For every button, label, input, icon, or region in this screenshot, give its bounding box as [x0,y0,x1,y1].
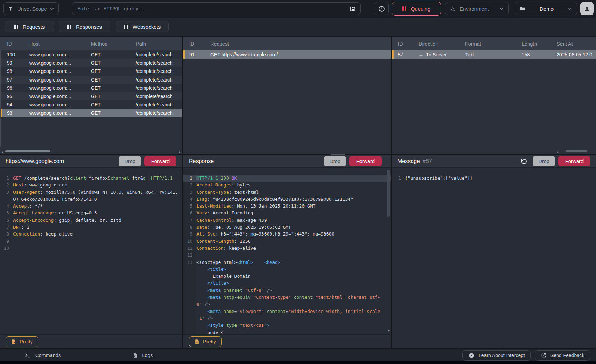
request-editor-content[interactable]: 1GET /complete/search?client=firefox&cha… [0,169,182,334]
pause-icon [124,25,128,29]
table-row[interactable]: 93www.google.com:...GET/complete/search [0,109,182,117]
code-line: 9 [0,238,182,245]
cell-path: /complete/search [133,85,182,91]
intercept-toolbar: Requests Responses Websockets [0,18,596,36]
undo-icon [520,158,527,165]
cell-path: /complete/search [133,102,182,107]
flask-icon [450,6,455,12]
code-line: 2Host: www.google.com [0,182,182,189]
cell-method: GET [86,68,133,74]
browser-launch-button[interactable] [375,2,389,15]
requests-table-body: 100www.google.com:...GET/complete/search… [0,50,182,117]
project-dropdown[interactable]: Demo [515,2,577,15]
column-header-length: Length [516,41,549,47]
message-title: Message [397,158,420,164]
save-query-button[interactable] [350,6,356,12]
table-row[interactable]: 95www.google.com:...GET/complete/search [0,92,182,100]
code-line: 12 [183,252,391,259]
column-header-id: ID [392,41,413,47]
cell-method: GET [86,52,133,57]
forward-button[interactable]: Forward [349,156,382,166]
account-button[interactable] [580,2,594,15]
filter-icon [8,6,13,11]
pretty-toggle-button[interactable]: Pretty [189,336,222,347]
horizontal-scrollbar[interactable] [5,150,50,152]
cell-id: 99 [0,60,24,66]
cell-sent_at: 2025-08-05 12:0 [549,52,596,57]
queuing-label: Queuing [411,6,431,12]
send-feedback-button[interactable]: Send Feedback [535,350,590,361]
chevron-down-icon [499,7,504,11]
queued-requests-panel: ID Request 91GET https://www.example.com… [183,37,391,154]
table-row[interactable]: 94www.google.com:...GET/complete/search [0,100,182,109]
table-row[interactable]: 87→To ServerText1582025-08-05 12:0 [392,50,596,59]
message-editor-panel: Message#87 Drop Forward 1{"unsubscribe":… [392,155,596,348]
environment-dropdown[interactable]: Environment [445,2,509,15]
vertical-scrollbar[interactable] [387,170,390,217]
message-editor-content[interactable]: 1{"unsubscribe":["value"]} [392,169,596,348]
forward-button[interactable]: Forward [144,156,176,166]
commands-label: Commands [35,353,61,358]
cell-format: Text [460,52,516,57]
request-editor-panel: https://www.google.com Drop Forward 1GET… [0,155,182,348]
code-line: 9Alt-Svc: h3=":443"; ma=93600,h3-29=":44… [183,231,391,238]
response-editor-content[interactable]: 1HTTP/1.1 200 OK2Accept-Ranges: bytes3Co… [183,169,391,334]
scroll-right-icon[interactable]: ▸ [179,150,181,154]
cell-id: 87 [392,52,413,57]
request-url-title: https://www.google.com [6,158,119,164]
learn-about-intercept-button[interactable]: Learn About Intercept [462,350,531,361]
queue-table-header: ID Request [183,37,391,50]
table-row[interactable]: 96www.google.com:...GET/complete/search [0,84,182,92]
httpql-query-input[interactable] [77,6,350,12]
table-row[interactable]: 99www.google.com:...GET/complete/search [0,59,182,67]
requests-toggle-button[interactable]: Requests [5,21,54,32]
scroll-down-icon[interactable]: ▾ [388,329,390,332]
cell-host: www.google.com:... [24,110,86,116]
cell-method: GET [86,102,133,107]
cell-path: /complete/search [133,68,182,74]
cell-id: 97 [0,77,24,83]
table-row[interactable]: 97www.google.com:...GET/complete/search [0,76,182,84]
websockets-toggle-button[interactable]: Websockets [116,21,169,32]
scroll-left-icon[interactable]: ◂ [557,150,558,154]
request-editor-footer: Pretty [0,334,182,348]
logs-button[interactable]: Logs [131,352,155,359]
drop-button[interactable]: Drop [533,156,555,166]
caido-logo-icon [378,5,385,12]
code-line: 10Content-Length: 1256 [183,238,391,245]
column-header-request: Request [205,41,391,47]
revert-button[interactable] [520,158,527,165]
cell-method: GET [86,94,133,99]
table-row[interactable]: 98www.google.com:...GET/complete/search [0,67,182,75]
responses-toggle-button[interactable]: Responses [59,21,110,32]
drop-button[interactable]: Drop [324,156,346,166]
queuing-toggle-button[interactable]: Queuing [392,2,441,16]
horizontal-scrollbar[interactable] [566,150,587,152]
table-row[interactable]: 91GET https://www.example.com/ [183,50,391,59]
drop-button[interactable]: Drop [119,156,141,166]
commands-button[interactable]: Commands [22,352,63,359]
cell-path: /complete/search [133,94,182,99]
scroll-left-icon[interactable]: ◂ [1,150,3,154]
pretty-file-icon [194,339,200,345]
forward-button[interactable]: Forward [558,156,590,166]
code-line: 3User-Agent: Mozilla/5.0 (Windows NT 10.… [0,189,182,196]
code-line: 1{"unsubscribe":["value"]} [392,175,596,182]
logs-label: Logs [142,353,153,358]
code-line: 4ETag: "84238dfc8092e5d9c0dac8ef93371a07… [183,196,391,203]
code-line: 5Last-Modified: Mon, 13 Jan 2025 20:11:2… [183,203,391,210]
compass-icon [468,352,475,359]
table-row[interactable]: 100www.google.com:...GET/complete/search [0,50,182,59]
pretty-file-icon [11,339,16,345]
scope-dropdown[interactable]: Unset Scope [3,2,59,15]
messages-table-header: ID Direction Format Length Sent At [392,37,596,50]
websocket-messages-panel: ID Direction Format Length Sent At 87→To… [392,37,596,154]
arrow-right-icon: → [419,52,423,57]
code-line: 4Accept: */* [0,203,182,210]
code-line: <title> [183,266,391,273]
pause-icon [14,25,18,29]
websockets-label: Websockets [133,24,161,30]
code-line: 7DNT: 1 [0,224,182,231]
save-icon [350,6,356,12]
pretty-toggle-button[interactable]: Pretty [6,336,38,347]
